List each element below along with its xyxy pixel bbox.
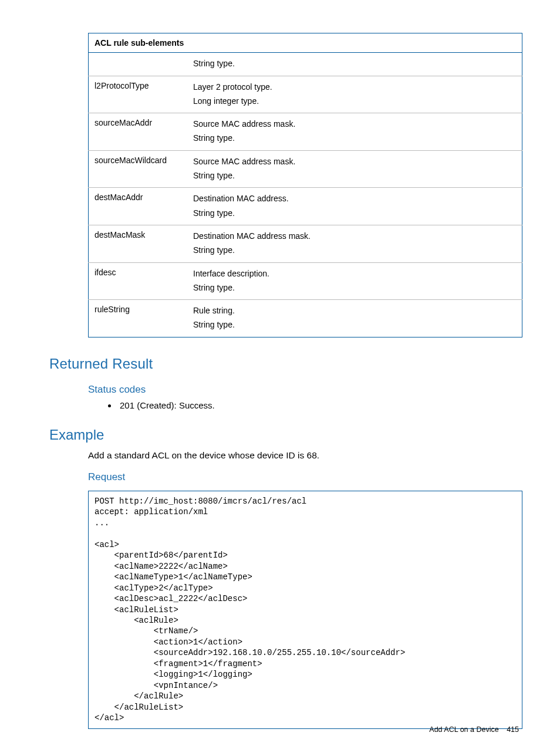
status-codes-list: 201 (Created): Success.	[97, 399, 519, 412]
page-number: 415	[507, 725, 519, 734]
param-desc: Source MAC address mask.String type.	[187, 113, 522, 151]
param-name: l2ProtocolType	[89, 76, 188, 113]
param-desc: Interface description.String type.	[187, 262, 522, 300]
table-row: destMacAddr Destination MAC address.Stri…	[89, 188, 522, 225]
param-name: sourceMacWildcard	[89, 150, 188, 188]
status-code-item: 201 (Created): Success.	[117, 399, 519, 412]
table-row: destMacMask Destination MAC address mask…	[89, 225, 522, 262]
table-row: l2ProtocolType Layer 2 protocol type.Lon…	[89, 76, 522, 113]
example-heading: Example	[49, 425, 519, 445]
param-desc: Destination MAC address.String type.	[187, 188, 522, 225]
param-desc: Rule string.String type.	[187, 300, 522, 337]
param-name: ifdesc	[89, 262, 188, 300]
returned-result-heading: Returned Result	[49, 354, 519, 374]
document-page: ACL rule sub-elements String type. l2Pro…	[0, 0, 560, 746]
param-desc: Layer 2 protocol type.Long integer type.	[187, 76, 522, 113]
param-name	[89, 53, 188, 76]
table-row: sourceMacWildcard Source MAC address mas…	[89, 150, 522, 188]
param-desc: Destination MAC address mask.String type…	[187, 225, 522, 262]
request-code-block: POST http://imc_host:8080/imcrs/acl/res/…	[88, 491, 522, 729]
table-header: ACL rule sub-elements	[89, 33, 522, 53]
param-name: destMacAddr	[89, 188, 188, 225]
table-row: ifdesc Interface description.String type…	[89, 262, 522, 300]
page-footer: Add ACL on a Device 415	[429, 724, 519, 735]
request-heading: Request	[88, 470, 519, 485]
param-name: destMacMask	[89, 225, 188, 262]
table-row: sourceMacAddr Source MAC address mask.St…	[89, 113, 522, 151]
acl-sub-elements-table: ACL rule sub-elements String type. l2Pro…	[88, 33, 522, 337]
example-body: Add a standard ACL on the device whose d…	[88, 449, 519, 462]
param-name: sourceMacAddr	[89, 113, 188, 151]
param-desc: String type.	[187, 53, 522, 76]
table-row: String type.	[89, 53, 522, 76]
status-codes-heading: Status codes	[88, 383, 519, 397]
table-row: ruleString Rule string.String type.	[89, 300, 522, 337]
footer-title: Add ACL on a Device	[429, 725, 498, 734]
param-name: ruleString	[89, 300, 188, 337]
param-desc: Source MAC address mask.String type.	[187, 150, 522, 188]
